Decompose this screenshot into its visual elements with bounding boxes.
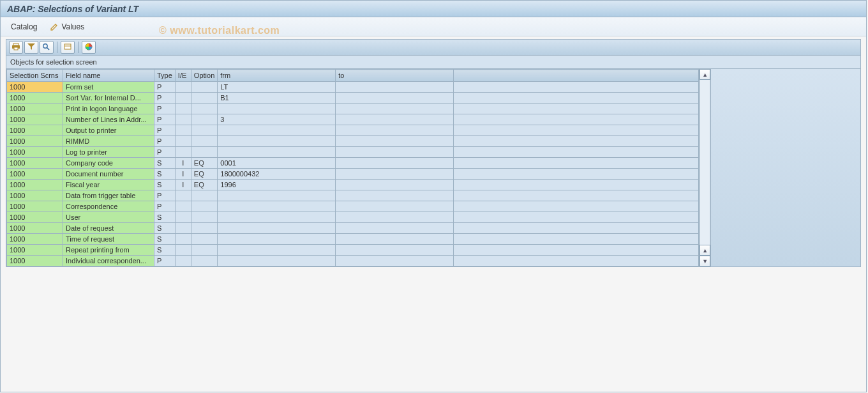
cell-field-name[interactable]: Date of request (63, 223, 154, 234)
cell-to[interactable] (336, 180, 454, 190)
table-row[interactable]: 1000Company codeSIEQ0001 (7, 158, 699, 169)
cell-field-name[interactable]: Correspondence (63, 201, 154, 212)
cell-scrn[interactable]: 1000 (7, 104, 63, 114)
cell-type[interactable]: P (154, 256, 176, 266)
col-header-opt[interactable]: Option (191, 70, 217, 82)
cell-extra[interactable] (454, 169, 699, 180)
cell-field-name[interactable]: Data from trigger table (63, 190, 154, 201)
cell-from[interactable] (218, 201, 336, 212)
cell-scrn[interactable]: 1000 (7, 169, 63, 180)
cell-to[interactable] (336, 201, 454, 212)
cell-from[interactable] (218, 125, 336, 136)
table-row[interactable]: 1000Output to printerP (7, 125, 699, 136)
cell-ie[interactable] (175, 82, 191, 93)
cell-extra[interactable] (454, 223, 699, 234)
cell-option[interactable]: EQ (191, 169, 217, 180)
cell-to[interactable] (336, 104, 454, 114)
cell-type[interactable]: S (154, 212, 176, 223)
colors-button[interactable] (82, 41, 96, 54)
cell-field-name[interactable]: Repeat printing from (63, 245, 154, 256)
table-row[interactable]: 1000Sort Var. for Internal D...PB1 (7, 93, 699, 104)
cell-from[interactable] (218, 212, 336, 223)
cell-ie[interactable] (175, 201, 191, 212)
cell-option[interactable] (191, 104, 217, 114)
cell-field-name[interactable]: User (63, 212, 154, 223)
cell-to[interactable] (336, 169, 454, 180)
cell-type[interactable]: P (154, 125, 176, 136)
vertical-scrollbar[interactable]: ▲ ▲ ▼ (699, 69, 710, 266)
cell-ie[interactable] (175, 223, 191, 234)
cell-ie[interactable]: I (175, 180, 191, 190)
export-button[interactable] (61, 41, 75, 54)
cell-from[interactable] (218, 147, 336, 158)
cell-type[interactable]: S (154, 223, 176, 234)
cell-type[interactable]: P (154, 201, 176, 212)
menu-values[interactable]: Values (45, 20, 89, 34)
cell-scrn[interactable]: 1000 (7, 82, 63, 93)
cell-from[interactable]: 3 (218, 114, 336, 125)
table-row[interactable]: 1000Data from trigger tableP (7, 190, 699, 201)
col-header-fname[interactable]: Field name (63, 70, 154, 82)
cell-from[interactable]: 0001 (218, 158, 336, 169)
filter-button[interactable] (24, 41, 38, 54)
cell-extra[interactable] (454, 104, 699, 114)
cell-field-name[interactable]: Output to printer (63, 125, 154, 136)
cell-option[interactable] (191, 136, 217, 147)
cell-field-name[interactable]: Document number (63, 169, 154, 180)
cell-from[interactable] (218, 245, 336, 256)
cell-from[interactable] (218, 104, 336, 114)
cell-ie[interactable] (175, 104, 191, 114)
cell-ie[interactable] (175, 256, 191, 266)
cell-to[interactable] (336, 190, 454, 201)
cell-option[interactable] (191, 93, 217, 104)
cell-from[interactable] (218, 234, 336, 245)
cell-type[interactable]: P (154, 82, 176, 93)
col-header-to[interactable]: to (336, 70, 454, 82)
cell-extra[interactable] (454, 93, 699, 104)
cell-scrn[interactable]: 1000 (7, 114, 63, 125)
cell-type[interactable]: P (154, 114, 176, 125)
cell-type[interactable]: P (154, 93, 176, 104)
cell-extra[interactable] (454, 190, 699, 201)
cell-scrn[interactable]: 1000 (7, 180, 63, 190)
cell-option[interactable]: EQ (191, 180, 217, 190)
col-header-type[interactable]: Type (154, 70, 176, 82)
cell-option[interactable] (191, 234, 217, 245)
cell-type[interactable]: P (154, 147, 176, 158)
table-row[interactable]: 1000Document numberSIEQ1800000432 (7, 169, 699, 180)
cell-to[interactable] (336, 256, 454, 266)
table-row[interactable]: 1000Individual corresponden...P (7, 256, 699, 266)
cell-extra[interactable] (454, 201, 699, 212)
cell-type[interactable]: S (154, 245, 176, 256)
table-row[interactable]: 1000UserS (7, 212, 699, 223)
cell-scrn[interactable]: 1000 (7, 256, 63, 266)
cell-scrn[interactable]: 1000 (7, 147, 63, 158)
cell-option[interactable]: EQ (191, 158, 217, 169)
cell-option[interactable] (191, 190, 217, 201)
table-row[interactable]: 1000Time of requestS (7, 234, 699, 245)
cell-scrn[interactable]: 1000 (7, 125, 63, 136)
cell-from[interactable]: LT (218, 82, 336, 93)
cell-option[interactable] (191, 82, 217, 93)
cell-extra[interactable] (454, 114, 699, 125)
cell-field-name[interactable]: Time of request (63, 234, 154, 245)
table-row[interactable]: 1000RIMMDP (7, 136, 699, 147)
cell-field-name[interactable]: Number of Lines in Addr... (63, 114, 154, 125)
cell-extra[interactable] (454, 234, 699, 245)
cell-ie[interactable]: I (175, 158, 191, 169)
cell-ie[interactable] (175, 125, 191, 136)
cell-type[interactable]: P (154, 136, 176, 147)
cell-to[interactable] (336, 158, 454, 169)
cell-field-name[interactable]: Fiscal year (63, 180, 154, 190)
col-header-frm[interactable]: frm (218, 70, 336, 82)
table-row[interactable]: 1000CorrespondenceP (7, 201, 699, 212)
cell-type[interactable]: S (154, 180, 176, 190)
selection-grid[interactable]: Selection Scrns Field name Type I/E Opti… (6, 69, 699, 266)
cell-option[interactable] (191, 245, 217, 256)
cell-extra[interactable] (454, 147, 699, 158)
cell-to[interactable] (336, 82, 454, 93)
table-row[interactable]: 1000Repeat printing fromS (7, 245, 699, 256)
cell-from[interactable] (218, 136, 336, 147)
cell-to[interactable] (336, 212, 454, 223)
cell-option[interactable] (191, 256, 217, 266)
